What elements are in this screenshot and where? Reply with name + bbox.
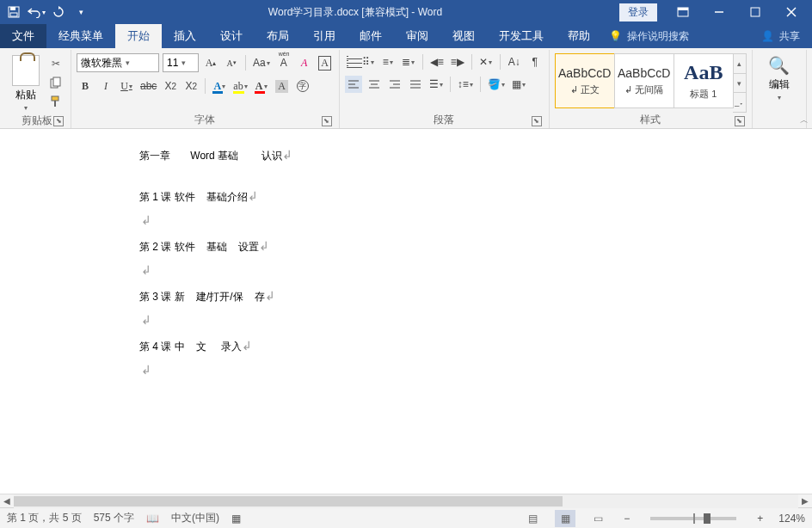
minimize-icon[interactable] <box>702 0 736 24</box>
clear-format-icon[interactable]: A <box>296 54 313 71</box>
increase-indent-icon[interactable]: ≡▶ <box>449 53 466 71</box>
shading-icon[interactable]: 🪣▾ <box>486 76 507 93</box>
macro-icon[interactable]: ▦ <box>231 513 241 525</box>
strikethrough-button[interactable]: abc <box>138 77 158 95</box>
qat-customize-icon[interactable]: ▾ <box>71 2 91 22</box>
phonetic-guide-icon[interactable]: Awén <box>275 54 292 71</box>
tab-classic[interactable]: 经典菜单 <box>46 24 115 48</box>
justify-icon[interactable] <box>407 76 424 93</box>
enclose-char-icon[interactable]: 字 <box>294 77 311 95</box>
tab-insert[interactable]: 插入 <box>162 24 208 48</box>
redo-icon[interactable] <box>48 2 69 22</box>
align-center-icon[interactable] <box>366 76 383 93</box>
grow-font-icon[interactable]: A▴ <box>202 54 219 71</box>
char-border-icon[interactable]: A <box>317 54 334 71</box>
tab-help[interactable]: 帮助 <box>556 24 602 48</box>
share-icon: 👤 <box>761 30 774 42</box>
scroll-track[interactable] <box>14 494 798 508</box>
style-heading1[interactable]: AaB 标题 1 <box>674 53 734 108</box>
bold-button[interactable]: B <box>77 77 94 95</box>
undo-icon[interactable]: ▾ <box>26 2 46 22</box>
svg-rect-11 <box>52 96 58 101</box>
font-name-combo[interactable]: 微软雅黑▾ <box>77 53 159 72</box>
horizontal-scrollbar[interactable]: ◀ ▶ <box>0 494 812 507</box>
scroll-right-icon[interactable]: ▶ <box>798 494 812 508</box>
login-button[interactable]: 登录 <box>619 3 657 21</box>
show-marks-icon[interactable]: ¶ <box>526 53 544 71</box>
paste-button[interactable]: 粘贴 ▾ <box>9 53 43 114</box>
ribbon-display-icon[interactable] <box>666 0 700 24</box>
tab-review[interactable]: 审阅 <box>394 24 440 48</box>
format-painter-icon[interactable] <box>46 93 65 110</box>
highlight-icon[interactable]: ab▾ <box>231 77 249 95</box>
shrink-font-icon[interactable]: A▾ <box>223 54 240 71</box>
zoom-out-icon[interactable]: − <box>620 513 633 525</box>
style-normal[interactable]: AaBbCcD ↲ 正文 <box>555 53 615 108</box>
multilevel-icon[interactable]: ≣▾ <box>400 53 417 71</box>
collapse-ribbon-icon[interactable]: ︿ <box>800 114 809 126</box>
bullets-icon[interactable]: ⠿▾ <box>345 53 376 71</box>
save-icon[interactable] <box>3 2 24 22</box>
language[interactable]: 中文(中国) <box>171 511 219 525</box>
title-bar: ▾ ▾ Word学习目录.docx [兼容模式] - Word 登录 <box>0 0 812 24</box>
zoom-level[interactable]: 124% <box>778 513 805 525</box>
styles-more-icon[interactable]: ⎯▾ <box>733 93 746 112</box>
maximize-icon[interactable] <box>738 0 772 24</box>
asian-layout-icon[interactable]: ✕▾ <box>477 53 495 71</box>
copy-icon[interactable] <box>46 74 65 91</box>
document-area[interactable]: 第一章 Word 基础 认识↲ 第 1 课 软件 基础介绍↲ ↲ 第 2 课 软… <box>0 129 812 494</box>
page-number[interactable]: 第 1 页，共 5 页 <box>7 511 82 525</box>
font-launcher[interactable]: ⬊ <box>322 116 332 126</box>
tab-developer[interactable]: 开发工具 <box>487 24 556 48</box>
borders-icon[interactable]: ▦▾ <box>510 76 527 93</box>
tab-view[interactable]: 视图 <box>440 24 487 48</box>
paragraph-launcher[interactable]: ⬊ <box>532 116 542 126</box>
style-no-spacing[interactable]: AaBbCcD ↲ 无间隔 <box>614 53 674 108</box>
tab-references[interactable]: 引用 <box>301 24 348 48</box>
change-case-icon[interactable]: Aa▾ <box>251 54 272 71</box>
align-right-icon[interactable] <box>386 76 403 93</box>
zoom-in-icon[interactable]: + <box>754 513 766 525</box>
text-effects-icon[interactable]: A▾ <box>211 77 228 95</box>
clipboard-launcher[interactable]: ⬊ <box>53 116 64 126</box>
zoom-thumb[interactable] <box>704 513 710 524</box>
zoom-slider[interactable] <box>650 517 736 520</box>
underline-button[interactable]: U▾ <box>118 77 135 95</box>
decrease-indent-icon[interactable]: ◀≡ <box>428 53 446 71</box>
svg-rect-12 <box>54 101 56 107</box>
tab-design[interactable]: 设计 <box>208 24 255 48</box>
subscript-button[interactable]: X2 <box>162 77 179 95</box>
superscript-button[interactable]: X2 <box>182 77 200 95</box>
numbering-icon[interactable]: ≡▾ <box>379 53 397 71</box>
read-mode-icon[interactable]: ▤ <box>522 510 543 527</box>
group-styles: AaBbCcD ↲ 正文 AaBbCcD ↲ 无间隔 AaB 标题 1 ▴ ▾ … <box>550 50 753 128</box>
share-button[interactable]: 👤共享 <box>749 24 812 48</box>
group-font: 微软雅黑▾ 11▾ A▴ A▾ Aa▾ Awén A A B I U▾ abc … <box>71 50 340 128</box>
styles-launcher[interactable]: ⬊ <box>735 116 745 126</box>
align-left-icon[interactable] <box>345 76 362 93</box>
tab-layout[interactable]: 布局 <box>255 24 301 48</box>
distributed-icon[interactable]: ☰▾ <box>428 76 445 93</box>
close-icon[interactable] <box>774 0 809 24</box>
find-button[interactable]: 🔍 编辑 ▾ <box>758 53 801 103</box>
cut-icon[interactable]: ✂ <box>46 55 65 72</box>
tab-file[interactable]: 文件 <box>0 24 46 48</box>
font-color-icon[interactable]: A▾ <box>253 77 270 95</box>
scroll-left-icon[interactable]: ◀ <box>0 494 14 508</box>
styles-down-icon[interactable]: ▾ <box>733 74 746 94</box>
tab-home[interactable]: 开始 <box>115 24 162 48</box>
tell-me[interactable]: 💡操作说明搜索 <box>609 24 689 48</box>
sort-icon[interactable]: A↓ <box>506 53 523 71</box>
italic-button[interactable]: I <box>97 77 114 95</box>
page-content[interactable]: 第一章 Word 基础 认识↲ 第 1 课 软件 基础介绍↲ ↲ 第 2 课 软… <box>0 129 812 387</box>
tab-mailings[interactable]: 邮件 <box>348 24 394 48</box>
font-size-combo[interactable]: 11▾ <box>163 53 199 72</box>
spellcheck-icon[interactable]: 📖 <box>146 513 159 525</box>
styles-up-icon[interactable]: ▴ <box>733 54 746 74</box>
web-layout-icon[interactable]: ▭ <box>587 510 608 527</box>
line-spacing-icon[interactable]: ↕≡▾ <box>456 76 475 93</box>
scroll-thumb[interactable] <box>14 496 563 507</box>
print-layout-icon[interactable]: ▦ <box>555 510 575 527</box>
char-shading-icon[interactable]: A <box>274 77 291 95</box>
word-count[interactable]: 575 个字 <box>94 511 134 525</box>
